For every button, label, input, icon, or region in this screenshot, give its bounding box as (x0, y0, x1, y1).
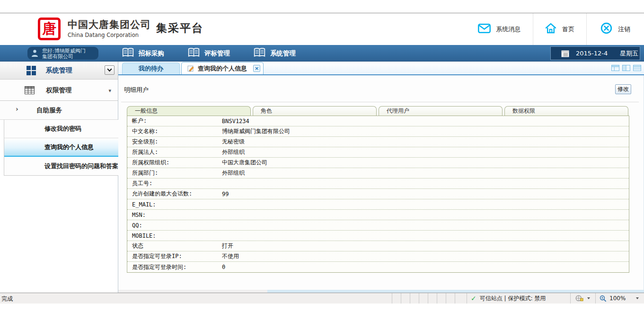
magnifier-icon (600, 295, 607, 302)
field-value: BNSV1234 (222, 118, 629, 125)
user-greeting: 您好:博纳斯威阀门 集团有限公司 (27, 47, 98, 60)
app-window: 唐 中国大唐集团公司 China Datang Corporation 集采平台… (0, 0, 644, 313)
section-title: 明细用户 (124, 86, 149, 94)
home-link[interactable]: 首页 (533, 13, 586, 45)
field-value: 无秘密级 (222, 138, 629, 146)
tab-view-profile[interactable]: 查询我的个人信息 × (181, 62, 264, 74)
mail-icon (478, 24, 491, 35)
field-row-mobile: MOBILE: (127, 231, 629, 241)
layout-split-mixed-icon[interactable] (611, 64, 619, 73)
sidebar-module-header: 系统管理 (0, 62, 118, 80)
self-service-label: 自助服务 (36, 106, 62, 115)
field-row-employee-id: 员工号: (127, 179, 629, 189)
sidebar-item-password-recovery[interactable]: 设置找回密码的问题和答案 (4, 157, 118, 175)
sidebar-module-title: 系统管理 (0, 66, 118, 75)
nav-menu-bidding-label: 招标采购 (139, 49, 164, 58)
tab-view-profile-label: 查询我的个人信息 (198, 64, 250, 73)
field-row-department: 所属部门:外部组织 (127, 168, 629, 179)
field-value: 外部组织 (222, 148, 629, 156)
sidebar-item-self-service[interactable]: › 自助服务 (0, 101, 118, 120)
system-messages-label: 系统消息 (496, 25, 521, 34)
edit-pencil-icon (187, 65, 194, 72)
logout-link[interactable]: 注销 (586, 13, 644, 45)
field-row-legal-entity: 所属法人:外部组织 (127, 147, 629, 158)
nav-menu-system[interactable]: 系统管理 (254, 48, 296, 59)
field-value: 外部组织 (222, 169, 629, 177)
field-row-msn: MSN: (127, 210, 629, 220)
company-name-cn: 中国大唐集团公司 (68, 18, 151, 31)
field-value: 99 (222, 191, 629, 197)
field-label: 允许创建的最大会话数: (127, 190, 222, 198)
sidebar-group-permission[interactable]: 权限管理 ▾ (0, 80, 118, 101)
nav-menu-bidding[interactable]: 招标采购 (122, 48, 164, 59)
field-label: 帐户: (127, 117, 222, 125)
field-label: 是否指定可登录时间: (127, 263, 222, 271)
arrow-right-icon: › (16, 105, 18, 113)
nav-menu-system-label: 系统管理 (270, 49, 296, 58)
sidebar: 系统管理 权限管理 ▾ › 自助服务 修改我的密码 查询我的个人信息 设置找回密… (0, 62, 118, 293)
layout-split-horizontal-icon[interactable] (633, 64, 641, 73)
sidebar-item-change-password[interactable]: 修改我的密码 (4, 120, 118, 138)
caret-down-icon (636, 297, 639, 299)
detail-tabs: 一般信息 角色 代理用户 数据权限 (127, 106, 630, 116)
tab-data-permissions[interactable]: 数据权限 (504, 106, 628, 116)
book-icon (122, 48, 134, 59)
field-label: E_MAIL: (127, 201, 222, 208)
main-navbar: 您好:博纳斯威阀门 集团有限公司 招标采购 评标管理 系统 (0, 45, 644, 62)
nav-menu-evaluation[interactable]: 评标管理 (188, 48, 230, 59)
nav-menu-evaluation-label: 评标管理 (204, 49, 230, 58)
layout-split-vertical-icon[interactable] (622, 64, 630, 73)
field-label: MOBILE: (127, 233, 222, 239)
sidebar-collapse-button[interactable] (105, 65, 115, 75)
field-row-login-ip: 是否指定可登录IP:不使用 (127, 251, 629, 262)
home-label: 首页 (562, 25, 574, 34)
field-label: 员工号: (127, 179, 222, 188)
datang-logo: 唐 (38, 18, 61, 40)
zoom-level-text: 100% (609, 295, 626, 302)
field-row-email: E_MAIL: (127, 199, 629, 210)
nav-menus: 招标采购 评标管理 系统管理 (122, 45, 296, 62)
header: 唐 中国大唐集团公司 China Datang Corporation 集采平台… (0, 13, 644, 45)
caret-down-icon: ▾ (108, 88, 111, 94)
sidebar-item-list: 修改我的密码 查询我的个人信息 设置找回密码的问题和答案 (4, 120, 118, 176)
field-label: 是否指定可登录IP: (127, 252, 222, 260)
company-name-block: 中国大唐集团公司 China Datang Corporation (68, 18, 151, 38)
document-tabstrip: 我的待办 查询我的个人信息 × (118, 62, 644, 75)
field-label: QQ: (127, 222, 222, 229)
book-icon (188, 48, 200, 59)
platform-title: 集采平台 (156, 21, 203, 36)
status-cells (392, 293, 464, 304)
field-row-security-level: 安全级别:无秘密级 (127, 137, 629, 147)
modify-button[interactable]: 修改 (615, 84, 631, 94)
user-icon (31, 49, 38, 59)
zoom-control[interactable]: 100% (595, 293, 641, 304)
logout-label: 注销 (618, 25, 630, 34)
protected-mode-dropdown[interactable] (570, 293, 595, 304)
field-value: 打开 (222, 242, 629, 250)
field-label: 中文名称: (127, 127, 222, 135)
field-row-account: 帐户:BNSV1234 (127, 116, 629, 126)
weekday-text: 星期五 (620, 49, 638, 58)
sidebar-item-label: 查询我的个人信息 (44, 143, 94, 152)
tab-my-todo[interactable]: 我的待办 (122, 63, 180, 74)
tab-close-icon[interactable]: × (253, 65, 260, 72)
browser-statusbar: 完成 ✓ 可信站点 | 保护模式: 禁用 100% (0, 293, 644, 304)
greeting-text: 您好:博纳斯威阀门 集团有限公司 (42, 48, 86, 60)
layout-switcher (611, 64, 641, 73)
tab-general-info[interactable]: 一般信息 (127, 106, 251, 116)
system-messages-link[interactable]: 系统消息 (466, 13, 533, 45)
date-text: 2015-12-4 (576, 50, 608, 57)
tab-my-todo-label: 我的待办 (139, 64, 163, 73)
field-value: 不使用 (222, 252, 629, 260)
tab-roles[interactable]: 角色 (253, 106, 377, 116)
logout-icon (600, 22, 612, 36)
date-display: 2015-12-4 星期五 (550, 46, 640, 60)
book-icon (254, 48, 265, 59)
user-detail-form: 帐户:BNSV1234 中文名称:博纳斯威阀门集团有限公司 安全级别:无秘密级 … (127, 116, 629, 273)
sidebar-item-view-profile[interactable]: 查询我的个人信息 (4, 138, 118, 157)
field-row-max-sessions: 允许创建的最大会话数:99 (127, 189, 629, 199)
company-name-en: China Datang Corporation (68, 32, 151, 38)
tab-proxy-users[interactable]: 代理用户 (379, 106, 503, 116)
content-divider (121, 102, 639, 102)
field-row-qq: QQ: (127, 220, 629, 231)
